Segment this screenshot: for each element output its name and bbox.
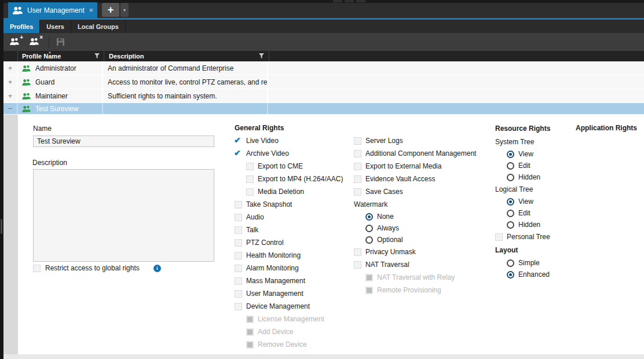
radio-system-tree-hidden-row[interactable]: Hidden (495, 171, 550, 183)
checkbox-evidence-vault-access[interactable] (354, 175, 361, 183)
column-header-profile-name[interactable]: Profile Name ▲ (18, 51, 104, 61)
checkbox-evidence-vault-access-row[interactable]: Evidence Vault Access (354, 173, 476, 185)
splitter-handle[interactable] (1, 219, 2, 234)
info-icon[interactable]: i (153, 265, 161, 272)
filter-icon[interactable] (94, 53, 100, 59)
radio-system-tree-edit[interactable] (507, 162, 514, 170)
radio-system-tree-edit-row[interactable]: Edit (495, 160, 550, 171)
collapse-row-icon[interactable]: − (3, 103, 18, 114)
new-tab-button[interactable]: + (102, 3, 119, 17)
remove-profile-button[interactable]: × (29, 38, 39, 47)
checkbox-privacy-unmask-row[interactable]: Privacy Unmask (354, 246, 476, 258)
checkbox-health-monitoring-row[interactable]: Health Monitoring (235, 249, 343, 262)
checkbox-device-management-row[interactable]: Device Management (235, 300, 343, 313)
checkbox-additional-component-management-row[interactable]: Additional Component Management (354, 147, 476, 160)
checkbox-audio[interactable] (235, 214, 242, 221)
radio-system-tree-view-row[interactable]: View (495, 148, 550, 160)
radio-logical-tree-view[interactable] (507, 198, 514, 206)
restrict-global-rights-checkbox[interactable] (33, 265, 41, 272)
expand-row-icon[interactable]: + (3, 75, 18, 89)
radio-layout-simple-row[interactable]: Simple (495, 257, 550, 269)
row-filler (268, 61, 644, 75)
main-area: User Management × + ▾ ProfilesUsersLocal… (3, 0, 644, 359)
checkbox-export-to-external-media-row[interactable]: Export to External Media (354, 160, 476, 173)
checkbox-save-cases[interactable] (354, 188, 361, 196)
radio-watermark-optional-row[interactable]: Optional (354, 234, 476, 246)
expand-row-icon[interactable]: + (3, 61, 18, 75)
subtab-local-groups[interactable]: Local Groups (71, 20, 126, 33)
checkbox-export-to-external-media[interactable] (354, 163, 361, 170)
checkbox-export-to-external-media-label: Export to External Media (365, 162, 441, 170)
subtab-profiles[interactable]: Profiles (3, 20, 40, 33)
radio-watermark-always[interactable] (365, 225, 373, 232)
checkbox-live-video-row[interactable]: Live Video (235, 134, 343, 147)
checkbox-live-video[interactable] (235, 137, 242, 145)
checkbox-user-management[interactable] (235, 290, 242, 298)
filter-icon[interactable] (259, 53, 264, 59)
radio-layout-enhanced-label: Enhanced (518, 270, 550, 279)
checkbox-alarm-monitoring[interactable] (235, 265, 242, 272)
checkbox-talk[interactable] (235, 226, 242, 234)
checkbox-mass-management[interactable] (235, 277, 242, 285)
expand-row-icon[interactable]: + (3, 89, 18, 102)
profile-name-input[interactable] (33, 135, 214, 147)
checkbox-media-deletion[interactable] (246, 188, 254, 196)
radio-watermark-optional[interactable] (365, 236, 373, 244)
checkbox-health-monitoring[interactable] (235, 252, 242, 259)
checkbox-privacy-unmask[interactable] (354, 248, 361, 256)
radio-logical-tree-hidden[interactable] (507, 221, 514, 229)
application-rights-column: Application Rights (576, 122, 637, 134)
plus-badge-icon: + (20, 34, 23, 41)
radio-logical-tree-edit-row[interactable]: Edit (495, 207, 550, 219)
checkbox-ptz-control-row[interactable]: PTZ Control (235, 236, 343, 249)
subtab-users[interactable]: Users (40, 20, 71, 33)
checkbox-save-cases-row[interactable]: Save Cases (354, 185, 476, 198)
radio-system-tree-view[interactable] (507, 151, 514, 158)
checkbox-remote-provisioning (365, 287, 373, 294)
tab-user-management[interactable]: User Management × (8, 2, 97, 18)
checkbox-device-management[interactable] (235, 303, 242, 310)
radio-system-tree-hidden[interactable] (507, 174, 514, 181)
checkbox-media-deletion-row[interactable]: Media Deletion (235, 185, 343, 198)
checkbox-audio-row[interactable]: Audio (235, 211, 343, 224)
checkbox-personal-tree-row[interactable]: Personal Tree (495, 230, 550, 243)
checkbox-talk-row[interactable]: Talk (235, 224, 343, 236)
checkbox-take-snapshot[interactable] (235, 201, 242, 208)
close-tab-icon[interactable]: × (86, 6, 93, 14)
checkbox-mass-management-row[interactable]: Mass Management (235, 274, 343, 287)
checkbox-export-to-cme-row[interactable]: Export to CME (235, 160, 343, 173)
checkbox-server-logs[interactable] (354, 137, 361, 145)
checkbox-take-snapshot-row[interactable]: Take Snapshot (235, 198, 343, 211)
checkbox-alarm-monitoring-row[interactable]: Alarm Monitoring (235, 262, 343, 274)
radio-watermark-always-row[interactable]: Always (354, 222, 476, 234)
radio-logical-tree-edit[interactable] (507, 210, 514, 217)
checkbox-export-to-mp4-h-264-aac-row[interactable]: Export to MP4 (H.264/AAC) (235, 173, 343, 185)
add-profile-button[interactable]: + (9, 38, 20, 47)
checkbox-user-management-row[interactable]: User Management (235, 287, 343, 300)
checkbox-ptz-control[interactable] (235, 239, 242, 247)
tab-menu-dropdown-icon[interactable]: ▾ (120, 3, 129, 17)
checkbox-export-to-cme[interactable] (246, 163, 254, 170)
radio-watermark-none-row[interactable]: None (354, 211, 476, 222)
radio-layout-enhanced[interactable] (507, 271, 514, 279)
radio-watermark-none[interactable] (365, 213, 373, 221)
profile-description-textarea[interactable] (33, 169, 214, 262)
group-label-logical-tree: Logical Tree (495, 183, 550, 196)
radio-layout-simple[interactable] (507, 259, 514, 267)
table-row-test-sureview[interactable]: −Test Sureview (3, 103, 644, 115)
radio-layout-enhanced-row[interactable]: Enhanced (495, 269, 550, 280)
checkbox-archive-video[interactable] (235, 150, 242, 157)
checkbox-server-logs-row[interactable]: Server Logs (354, 134, 476, 147)
checkbox-personal-tree[interactable] (495, 233, 503, 241)
checkbox-archive-video-row[interactable]: Archive Video (235, 147, 343, 160)
radio-logical-tree-view-row[interactable]: View (495, 196, 550, 207)
radio-logical-tree-hidden-row[interactable]: Hidden (495, 219, 550, 230)
column-header-description[interactable]: Description (104, 51, 269, 61)
checkbox-nat-traversal-row[interactable]: NAT Traversal (354, 258, 476, 271)
table-row-administrator[interactable]: +AdministratorAn administrator of Comman… (3, 61, 644, 75)
checkbox-nat-traversal[interactable] (354, 261, 361, 269)
table-row-guard[interactable]: +GuardAccess to monitor live, control PT… (3, 75, 644, 89)
table-row-maintainer[interactable]: +MaintainerSufficient rights to maintain… (3, 89, 644, 103)
checkbox-export-to-mp4-h-264-aac[interactable] (246, 175, 254, 183)
checkbox-additional-component-management[interactable] (354, 150, 361, 157)
